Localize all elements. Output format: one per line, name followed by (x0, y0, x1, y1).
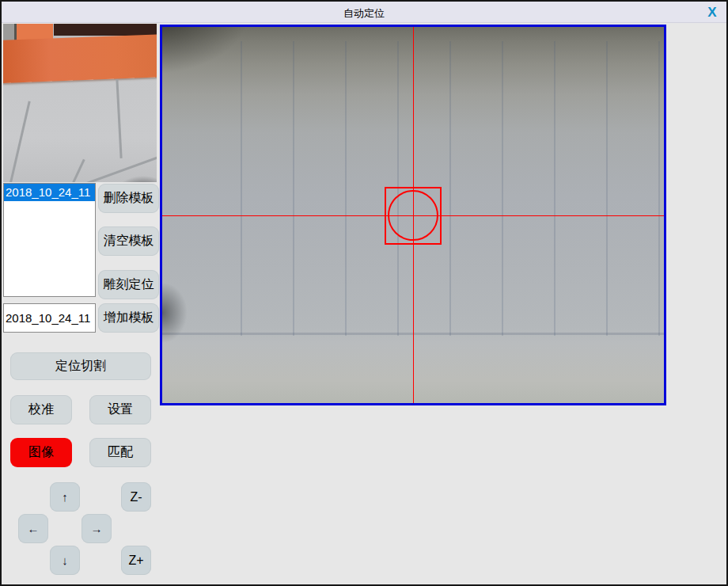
jog-up-button[interactable]: ↑ (50, 482, 80, 512)
close-icon[interactable]: X (703, 4, 721, 21)
template-list[interactable]: 2018_10_24_11 (3, 183, 96, 297)
add-template-button[interactable]: 增加模板 (98, 303, 159, 333)
template-preview-image (3, 24, 157, 182)
jog-down-button[interactable]: ↓ (50, 546, 80, 575)
clear-template-button[interactable]: 清空模板 (98, 226, 159, 256)
z-minus-button[interactable]: Z- (121, 482, 151, 512)
preview-decor-shadow (98, 165, 157, 182)
calibrate-button[interactable]: 校准 (10, 395, 72, 424)
engrave-locate-button[interactable]: 雕刻定位 (98, 270, 159, 299)
match-button[interactable]: 匹配 (89, 438, 151, 467)
jog-left-button[interactable]: ← (18, 514, 48, 543)
template-list-item[interactable]: 2018_10_24_11 (4, 184, 95, 201)
preview-decor-seam (59, 159, 85, 182)
settings-button[interactable]: 设置 (89, 395, 151, 424)
preview-decor-darkbar (54, 24, 157, 36)
preview-decor-seam (3, 101, 30, 182)
match-region-circle (388, 190, 438, 241)
delete-template-button[interactable]: 删除模板 (98, 184, 159, 213)
preview-decor-seam (116, 79, 122, 158)
titlebar: 自动定位 X (2, 2, 726, 23)
jog-right-button[interactable]: → (82, 514, 112, 543)
camera-view[interactable] (160, 25, 666, 405)
preview-decor-orange-beam (3, 34, 157, 83)
auto-locate-dialog: 自动定位 X 2018_10_24_11 删除模板 清空模板 雕刻定位 增加模板… (0, 0, 728, 586)
locate-cut-button[interactable]: 定位切割 (10, 352, 151, 380)
page-title: 自动定位 (2, 6, 726, 21)
template-name-input[interactable] (3, 303, 96, 333)
image-button[interactable]: 图像 (10, 438, 72, 467)
z-plus-button[interactable]: Z+ (121, 546, 151, 575)
